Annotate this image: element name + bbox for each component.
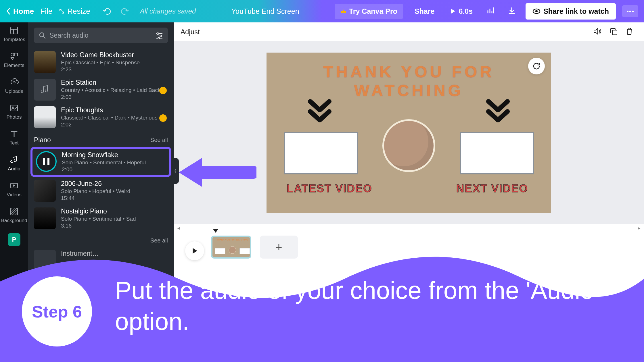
track-item[interactable]: Epic Thoughts Classical • Classical • Da… [34,103,168,131]
rail-text-label: Text [9,140,18,146]
svg-rect-23 [612,30,617,35]
redo-icon[interactable] [120,7,129,15]
track-thumb [34,51,56,73]
track-tags: Epic Classical • Epic • Suspense [61,59,140,66]
svg-point-1 [535,10,538,12]
track-title: Epic Thoughts [61,106,158,114]
rail-uploads[interactable]: Uploads [0,76,28,96]
track-duration: 2:23 [61,66,140,73]
file-menu[interactable]: File [40,7,52,16]
home-link[interactable]: Home [6,7,34,16]
try-pro-button[interactable]: Try Canva Pro [335,4,403,19]
track-thumb [34,106,56,128]
canvas-title[interactable]: THANK YOU FOR WATCHING [267,62,551,100]
scroll-right-arrow[interactable]: ► [637,226,641,230]
track-thumb-playing[interactable] [36,151,57,172]
download-button[interactable] [504,3,519,19]
text-icon [9,129,19,138]
latest-video-label[interactable]: LATEST VIDEO [287,182,372,195]
track-thumb [34,180,56,202]
track-item-partial[interactable]: Instrument… [34,247,168,274]
chevron-down-icon[interactable] [485,99,511,127]
volume-button[interactable] [589,27,605,36]
add-page-button[interactable]: + [260,236,298,259]
video-placeholder-left[interactable] [284,132,358,174]
play-icon [450,8,456,15]
video-placeholder-right[interactable] [460,132,534,174]
next-video-label[interactable]: NEXT VIDEO [456,182,528,195]
track-tags: Classical • Classical • Dark • Mysteriou… [61,115,158,121]
rail-videos-label: Videos [7,192,22,198]
track-item-highlighted[interactable]: Morning Snowflake Solo Piano • Sentiment… [30,147,171,177]
chevron-left-icon [6,7,11,15]
rail-elements[interactable]: Elements [0,50,28,70]
rail-templates[interactable]: Templates [0,24,28,44]
templates-icon [9,26,19,35]
svg-point-11 [12,107,14,108]
track-tags: Solo Piano • Sentimental • Sad [61,216,136,222]
svg-point-17 [157,33,159,34]
uploads-icon [9,78,19,87]
photos-icon [9,103,19,113]
dots-icon [626,10,634,13]
track-thumb [34,207,56,229]
more-button[interactable] [622,5,638,17]
track-info: Instrument… [61,250,99,272]
timeline-play-button[interactable] [185,241,204,260]
rail-audio[interactable]: Audio [0,153,28,174]
playhead-marker[interactable] [213,229,218,233]
rail-background[interactable]: Background [0,205,28,225]
duplicate-button[interactable] [605,27,622,36]
see-all-link[interactable]: See all [150,137,168,143]
rail-photos[interactable]: Photos [0,102,28,122]
track-item[interactable]: Epic Station Country • Acoustic • Relaxi… [34,76,168,103]
undo-icon[interactable] [102,7,112,15]
resize-button[interactable]: Resize [59,7,90,16]
track-item[interactable]: 2006-June-26 Solo Piano • Hopeful • Weir… [34,177,168,205]
frame-thumbnail[interactable]: THANK YOU FOR WATCHING [211,236,251,259]
pexels-badge[interactable]: P [8,233,20,246]
rail-text[interactable]: Text [0,128,28,148]
crown-icon [159,87,167,94]
delete-button[interactable] [622,27,637,37]
crown-icon [159,114,167,122]
track-title: Instrument… [61,250,99,257]
play-icon [191,247,198,255]
svg-point-21 [158,37,160,39]
svg-rect-13 [11,208,18,215]
canvas[interactable]: THANK YOU FOR WATCHING LATEST VIDEO NEXT… [267,53,551,213]
share-link-label: Share link to watch [543,7,609,16]
duration-label: 6.0s [459,7,473,16]
document-title[interactable]: YouTube End Screen [231,7,299,16]
adjust-button[interactable]: Adjust [181,28,200,36]
search-box[interactable] [34,28,168,43]
rail-elements-label: Elements [4,63,24,68]
chevron-down-icon[interactable] [307,99,333,127]
track-tags: Country • Acoustic • Relaxing • Laid Bac… [61,87,160,93]
share-button[interactable]: Share [409,4,440,19]
track-item[interactable]: Video Game Blockbuster Epic Classical • … [34,48,168,76]
track-duration: 3:16 [61,223,136,229]
play-duration-button[interactable]: 6.0s [446,4,477,19]
analytics-button[interactable] [483,3,498,19]
svg-point-3 [629,11,631,12]
share-link-button[interactable]: Share link to watch [526,3,616,20]
see-all-link[interactable]: See all [150,237,168,244]
pause-icon [43,158,49,165]
scroll-left-arrow[interactable]: ◄ [177,226,181,230]
search-input[interactable] [49,32,152,39]
step-label: Step 6 [32,302,82,321]
top-toolbar: Home File Resize All changes saved YouTu… [0,0,644,22]
track-title: Morning Snowflake [62,151,146,159]
track-title: Nostalgic Piano [61,207,136,215]
crown-icon [340,9,347,14]
subscribe-circle[interactable] [382,119,435,172]
track-thumb [34,250,56,272]
track-item[interactable]: Nostalgic Piano Solo Piano • Sentimental… [34,205,168,232]
filter-icon[interactable] [155,32,163,39]
rail-videos[interactable]: Videos [0,179,28,199]
section-header-piano: Piano See all [34,131,168,147]
step-badge: Step 6 [22,276,92,346]
home-label: Home [13,7,34,16]
canvas-area[interactable]: THANK YOU FOR WATCHING LATEST VIDEO NEXT… [174,41,644,224]
